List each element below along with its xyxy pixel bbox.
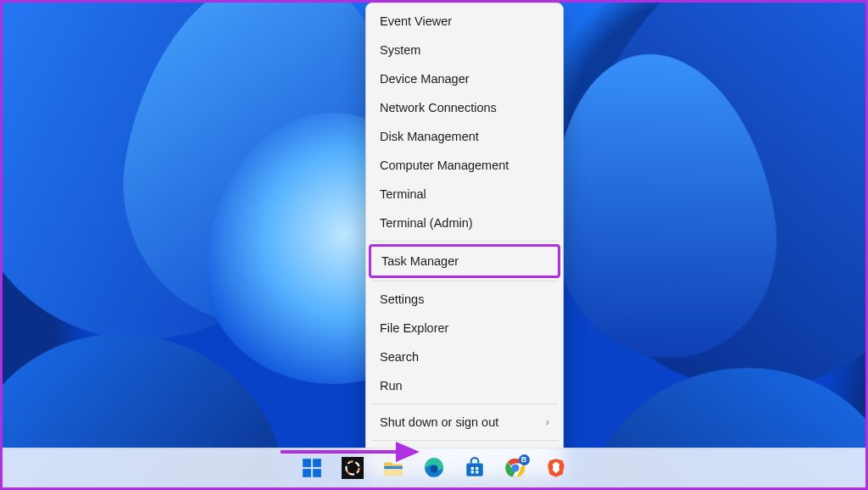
chrome-beta-icon[interactable]: B — [498, 451, 532, 485]
menu-item-task-manager[interactable]: Task Manager — [369, 244, 560, 278]
edge-icon[interactable] — [417, 451, 451, 485]
menu-item-search[interactable]: Search — [370, 342, 559, 371]
menu-item-file-explorer[interactable]: File Explorer — [370, 314, 559, 342]
menu-item-terminal[interactable]: Terminal — [370, 180, 559, 209]
menu-item-network-connections[interactable]: Network Connections — [370, 93, 559, 122]
svg-rect-13 — [476, 467, 478, 470]
svg-rect-4 — [342, 457, 364, 479]
menu-item-label: Terminal — [380, 187, 426, 201]
svg-rect-14 — [471, 471, 474, 473]
menu-item-terminal-admin[interactable]: Terminal (Admin) — [370, 209, 559, 237]
start-icon[interactable] — [295, 451, 329, 485]
svg-rect-15 — [476, 471, 478, 473]
menu-item-label: Settings — [380, 292, 424, 306]
brave-icon[interactable] — [539, 451, 573, 485]
menu-item-settings[interactable]: Settings — [370, 285, 559, 314]
svg-rect-0 — [303, 459, 311, 467]
taskbar: B — [3, 448, 865, 487]
menu-item-run[interactable]: Run — [370, 371, 559, 400]
menu-item-computer-management[interactable]: Computer Management — [370, 151, 559, 180]
menu-separator — [371, 281, 558, 281]
svg-rect-1 — [313, 459, 321, 467]
menu-item-disk-management[interactable]: Disk Management — [370, 122, 559, 151]
menu-item-label: Terminal (Admin) — [380, 216, 473, 230]
menu-item-label: Shut down or sign out — [380, 415, 498, 429]
menu-item-label: Network Connections — [380, 101, 497, 114]
svg-rect-8 — [384, 466, 403, 469]
menu-item-label: Run — [380, 379, 403, 393]
menu-item-label: Task Manager — [381, 254, 459, 268]
menu-item-label: Search — [380, 350, 419, 364]
app-icon-1[interactable] — [336, 451, 370, 485]
winx-context-menu: Event ViewerSystemDevice ManagerNetwork … — [365, 3, 564, 477]
svg-point-10 — [431, 465, 438, 473]
svg-rect-11 — [466, 464, 483, 476]
store-icon[interactable] — [458, 451, 492, 485]
menu-item-shut-down-or-sign-out[interactable]: Shut down or sign out› — [370, 408, 559, 437]
menu-item-label: Event Viewer — [380, 14, 452, 28]
menu-item-label: Disk Management — [380, 130, 479, 143]
menu-item-system[interactable]: System — [370, 36, 559, 64]
menu-item-label: System — [380, 43, 420, 57]
svg-rect-12 — [471, 467, 474, 470]
menu-separator — [371, 404, 558, 404]
svg-rect-2 — [303, 469, 311, 477]
menu-separator — [371, 241, 558, 242]
menu-item-device-manager[interactable]: Device Manager — [370, 64, 559, 93]
menu-item-event-viewer[interactable]: Event Viewer — [370, 7, 559, 36]
menu-item-label: Device Manager — [380, 72, 470, 86]
svg-rect-3 — [313, 469, 321, 477]
menu-separator — [371, 440, 558, 441]
menu-item-label: Computer Management — [380, 159, 509, 172]
file-explorer-icon[interactable] — [376, 451, 410, 485]
menu-item-label: File Explorer — [380, 321, 448, 335]
chevron-right-icon: › — [546, 416, 549, 428]
